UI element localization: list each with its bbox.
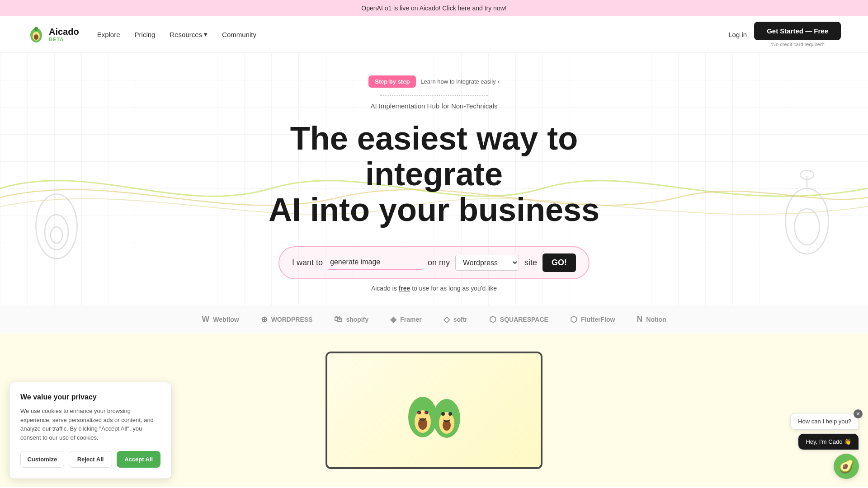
logo-squarespace: ⬡ SQUARESPACE — [489, 314, 548, 324]
demo-inner: ♥ ♥ — [327, 353, 541, 467]
cookie-reject-button[interactable]: Reject All — [69, 451, 113, 468]
nav-resources[interactable]: Resources ▾ — [170, 30, 208, 38]
arrow-right-icon: › — [498, 78, 500, 85]
cta-wrap: Get Started — Free *No credit card requi… — [754, 22, 841, 47]
svg-point-2 — [34, 34, 38, 40]
nav-community[interactable]: Community — [222, 31, 256, 38]
action-input[interactable] — [328, 255, 422, 270]
svg-point-3 — [34, 27, 38, 31]
cookie-customize-button[interactable]: Customize — [20, 451, 64, 468]
chat-widget: How can I help you? ✕ Hey, I'm Cado 👋 🥑 — [790, 413, 859, 479]
navbar: Aicado BETA Explore Pricing Resources ▾ … — [0, 16, 868, 53]
nav-explore[interactable]: Explore — [97, 31, 120, 38]
nav-links: Explore Pricing Resources ▾ Community — [97, 30, 256, 38]
navbar-left: Aicado BETA Explore Pricing Resources ▾ … — [27, 25, 256, 43]
sentence-mid: on my — [428, 258, 450, 267]
nav-pricing[interactable]: Pricing — [135, 31, 156, 38]
cookie-text: We use cookies to enhance your browsing … — [20, 407, 160, 442]
svg-text:♥: ♥ — [417, 410, 420, 415]
chat-bubble-2: Hey, I'm Cado 👋 — [798, 433, 859, 450]
cookie-title: We value your privacy — [20, 393, 160, 401]
softr-icon: ◇ — [443, 314, 450, 324]
step-badge: Step by step Learn how to integrate easi… — [368, 75, 500, 88]
squarespace-icon: ⬡ — [489, 314, 496, 324]
framer-icon: ◈ — [390, 314, 396, 324]
notion-icon: N — [637, 314, 642, 324]
logo-notion: N Notion — [637, 314, 666, 324]
hero-section: Step by step Learn how to integrate easi… — [0, 53, 868, 305]
logo-beta: BETA — [49, 37, 79, 42]
svg-point-22 — [448, 412, 452, 416]
step-label: Step by step — [368, 75, 416, 88]
svg-point-7 — [786, 188, 829, 254]
demo-avocado-illustration: ♥ ♥ — [393, 370, 475, 451]
chat-bubble-1: How can I help you? — [790, 413, 859, 430]
svg-point-6 — [51, 227, 62, 243]
step-divider — [380, 95, 488, 96]
step-link[interactable]: Learn how to integrate easily › — [420, 78, 500, 85]
hero-subtitle: AI Implementation Hub for Non-Technicals — [9, 102, 859, 110]
login-link[interactable]: Log in — [728, 31, 747, 38]
wordpress-icon: ⊕ — [261, 314, 268, 324]
no-credit-text: *No credit card required* — [770, 42, 825, 47]
logo-text-wrap: Aicado BETA — [49, 27, 79, 42]
shopify-icon: 🛍 — [334, 314, 342, 324]
logo-framer: ◈ Framer — [390, 314, 421, 324]
svg-point-5 — [45, 215, 68, 250]
logo-icon — [27, 25, 45, 43]
chat-close-button[interactable]: ✕ — [854, 409, 863, 418]
sentence-suffix: site — [524, 258, 537, 267]
logo-flutterflow: ⬡ FlutterFlow — [570, 314, 615, 324]
cookie-accept-button[interactable]: Accept All — [117, 451, 160, 468]
platform-select[interactable]: Wordpress Shopify Framer Softr Squarespa… — [455, 255, 519, 271]
cookie-buttons: Customize Reject All Accept All — [20, 451, 160, 468]
interactive-sentence: I want to on my Wordpress Shopify Framer… — [278, 246, 590, 279]
cookie-banner: We value your privacy We use cookies to … — [9, 382, 172, 479]
logo-name: Aicado — [49, 27, 79, 37]
navbar-right: Log in Get Started — Free *No credit car… — [728, 22, 841, 47]
get-started-button[interactable]: Get Started — Free — [754, 22, 841, 40]
sentence-prefix: I want to — [292, 258, 323, 267]
svg-point-8 — [795, 209, 820, 245]
announcement-bar[interactable]: OpenAI o1 is live on Aicado! Click here … — [0, 0, 868, 16]
webflow-icon: W — [202, 314, 209, 324]
hero-title-line1: The easiest way to integrate — [290, 120, 578, 192]
hero-title: The easiest way to integrate AI into you… — [231, 121, 637, 228]
demo-frame: ♥ ♥ — [326, 352, 542, 469]
flutterflow-icon: ⬡ — [570, 314, 577, 324]
logo-softr: ◇ softr — [443, 314, 467, 324]
chevron-down-icon: ▾ — [204, 30, 208, 38]
svg-point-13 — [418, 418, 427, 430]
free-availability-text: Aicado is free to use for as long as you… — [9, 285, 859, 292]
chat-avatar[interactable]: 🥑 — [834, 454, 859, 479]
free-underline: free — [399, 285, 410, 292]
logo-webflow: W Webflow — [202, 314, 239, 324]
go-button[interactable]: GO! — [542, 253, 576, 272]
logo-wordpress: ⊕ WORDPRESS — [261, 314, 313, 324]
svg-point-21 — [441, 412, 445, 416]
announcement-text: OpenAI o1 is live on Aicado! Click here … — [361, 5, 506, 12]
svg-text:♥: ♥ — [425, 410, 427, 415]
hero-title-line2: AI into your business — [269, 192, 599, 228]
chat-bubble-1-wrap: How can I help you? ✕ — [790, 413, 859, 430]
logo-shopify: 🛍 shopify — [334, 314, 368, 324]
logo[interactable]: Aicado BETA — [27, 25, 79, 43]
logos-bar: W Webflow ⊕ WORDPRESS 🛍 shopify ◈ Framer… — [0, 305, 868, 333]
